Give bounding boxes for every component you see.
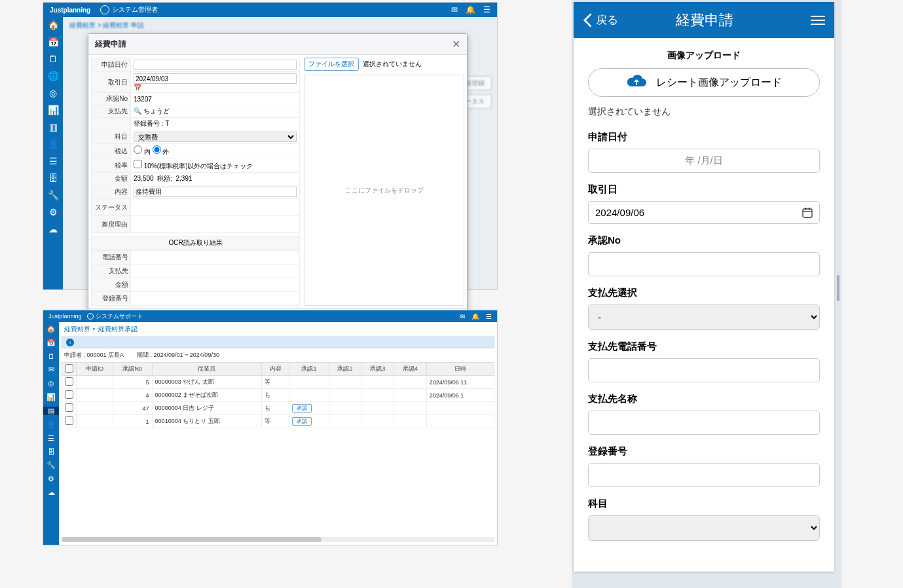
lbl-subject: 科目 — [588, 498, 820, 510]
wrench-icon[interactable]: 🔧 — [48, 190, 59, 200]
tax-amount-value: 2,391 — [176, 175, 193, 182]
payee-select[interactable]: - — [588, 304, 820, 330]
menu-icon[interactable]: ☰ — [483, 5, 490, 14]
stack-icon[interactable]: ☰ — [48, 434, 54, 443]
row-checkbox[interactable] — [65, 390, 73, 399]
lbl-apply-date: 申請日付 — [92, 58, 131, 72]
table-row[interactable]: 500000003 やげん 太郎等 2024/09/06 11 — [62, 376, 494, 389]
subject-select[interactable] — [588, 515, 820, 541]
bell-icon[interactable]: 🔔 — [471, 313, 479, 320]
content-input[interactable] — [134, 187, 297, 197]
approve-no-input[interactable] — [588, 252, 820, 276]
file-drop-zone[interactable]: ここにファイルをドロップ — [304, 75, 464, 306]
apply-date-input[interactable]: 年 /月/日 — [588, 149, 820, 173]
schedule-icon[interactable]: 📅 — [48, 37, 59, 47]
modal-title: 経費申請 — [95, 39, 126, 50]
table-row[interactable]: 100010004 ちりとり 五郎等 承認 — [62, 415, 494, 428]
cloud-icon[interactable]: ☁ — [48, 224, 58, 234]
resize-handle[interactable] — [837, 275, 839, 301]
hamburger-icon[interactable] — [811, 16, 825, 25]
bell-icon[interactable]: 🔔 — [466, 5, 475, 14]
col-header: 内容 — [262, 363, 289, 376]
person-icon[interactable]: 👤 — [46, 420, 56, 429]
doc-icon[interactable]: ▤ — [43, 407, 59, 415]
brand-label: Justplanning — [48, 313, 82, 320]
upload-button[interactable]: レシート画像アップロード — [588, 68, 820, 97]
lbl-status: ステータス — [92, 199, 131, 216]
db-icon[interactable]: 🗄 — [48, 173, 58, 183]
lbl-trade-date: 取引日 — [92, 72, 131, 93]
ocr-lbl-amount: 金額 — [92, 278, 131, 292]
desktop-app-1: Justplanning システム管理者 ✉ 🔔 ☰ 🏠 📅 🗒 🌐 ◎ 📊 ▥… — [43, 2, 498, 290]
app1-sidebar: 🏠 📅 🗒 🌐 ◎ 📊 ▥ 👤 ☰ 🗄 🔧 ⚙ ☁ — [43, 17, 63, 289]
app2-sidebar: 🏠 📅 🗒 ✉ ◎ 📊 ▤ 👤 ☰ 🗄 🔧 ⚙ ☁ — [43, 322, 59, 545]
approve-button[interactable]: 承認 — [292, 404, 312, 413]
gear-icon[interactable]: ⚙ — [49, 207, 58, 217]
target-icon[interactable]: ◎ — [49, 88, 57, 98]
reg-no-input[interactable] — [588, 463, 820, 487]
payee-value: ちょうど — [143, 107, 170, 115]
lbl-content: 内容 — [92, 185, 131, 199]
col-header: 承認3 — [361, 363, 394, 376]
mail-icon[interactable]: ✉ — [460, 313, 465, 320]
file-status-label: 選択されていません — [363, 60, 422, 69]
app1-main: 経費精算 > 経費精算 申請 新規登録 ステータス 更新 経費申請 ✕ 申請日付… — [63, 17, 497, 289]
col-header: 申請ID — [77, 363, 113, 376]
tax-in-radio[interactable] — [134, 145, 142, 154]
wrench-icon[interactable]: 🔧 — [46, 461, 56, 469]
col-header: 承認1 — [289, 363, 329, 376]
h-scrollbar[interactable] — [62, 537, 494, 542]
list-icon[interactable]: 🗒 — [48, 54, 58, 64]
brand-label: Justplanning — [50, 7, 90, 14]
stack-icon[interactable]: ☰ — [49, 156, 58, 166]
globe-icon[interactable]: 🌐 — [48, 71, 59, 81]
user-avatar-icon — [100, 5, 109, 14]
filter-bar[interactable]: ‹ — [62, 337, 494, 348]
user-avatar-icon — [87, 313, 94, 320]
modal-close-icon[interactable]: ✕ — [452, 38, 460, 50]
rate-checkbox[interactable] — [134, 160, 142, 168]
row-checkbox[interactable] — [65, 403, 73, 412]
user-label: システム管理者 — [112, 5, 158, 14]
mail-icon[interactable]: ✉ — [451, 5, 458, 14]
home-icon[interactable]: 🏠 — [48, 20, 59, 30]
table-row[interactable]: 4700000004 日吉 レジ子も 承認 — [62, 402, 494, 415]
trade-date-input[interactable] — [134, 73, 297, 84]
subject-select[interactable]: 交際費 — [134, 132, 297, 142]
apply-date-input[interactable] — [134, 60, 297, 70]
app2-topbar: Justplanning システムサポート ✉ 🔔 ☰ — [43, 310, 497, 322]
person-icon[interactable]: 👤 — [48, 139, 59, 149]
filter-applicant: 申請者 : 000001 店長A — [64, 351, 124, 359]
db-icon[interactable]: 🗄 — [48, 448, 55, 456]
doc-icon[interactable]: ▥ — [49, 122, 58, 132]
tax-ex-radio[interactable] — [153, 145, 161, 154]
ocr-lbl-regno: 登録番号 — [92, 292, 131, 306]
ocr-lbl-payee: 支払先 — [92, 265, 131, 278]
desktop-app-2: Justplanning システムサポート ✉ 🔔 ☰ 🏠 📅 🗒 ✉ ◎ 📊 … — [43, 310, 498, 545]
target-icon[interactable]: ◎ — [48, 379, 54, 388]
cloud-icon[interactable]: ☁ — [48, 488, 55, 497]
reg-no-label: 登録番号 : T — [131, 118, 300, 130]
chart-icon[interactable]: 📊 — [48, 105, 59, 115]
home-icon[interactable]: 🏠 — [46, 325, 56, 333]
ocr-header: OCR読み取り結果 — [91, 236, 300, 250]
payee-tel-input[interactable] — [588, 358, 820, 382]
lbl-amount: 金額 — [92, 173, 131, 185]
gear-icon[interactable]: ⚙ — [48, 475, 54, 483]
file-select-button[interactable]: ファイルを選択 — [304, 58, 359, 71]
select-all-checkbox[interactable] — [65, 364, 73, 373]
approve-button[interactable]: 承認 — [292, 417, 312, 426]
col-header: 従業員 — [152, 363, 262, 376]
trade-date-input[interactable]: 2024/09/06 — [588, 201, 820, 224]
row-checkbox[interactable] — [65, 377, 73, 386]
schedule-icon[interactable]: 📅 — [46, 339, 56, 347]
mail-icon[interactable]: ✉ — [48, 365, 54, 374]
row-checkbox[interactable] — [65, 416, 73, 425]
menu-icon[interactable]: ☰ — [486, 313, 492, 320]
payee-name-input[interactable] — [588, 411, 820, 435]
chart-icon[interactable]: 📊 — [46, 393, 56, 401]
table-row[interactable]: 400000002 まぜそば次郎も 2024/09/06 1 — [62, 389, 494, 402]
collapse-icon[interactable]: ‹ — [66, 339, 74, 346]
col-header: 承認2 — [329, 363, 361, 376]
list-icon[interactable]: 🗒 — [48, 352, 55, 360]
